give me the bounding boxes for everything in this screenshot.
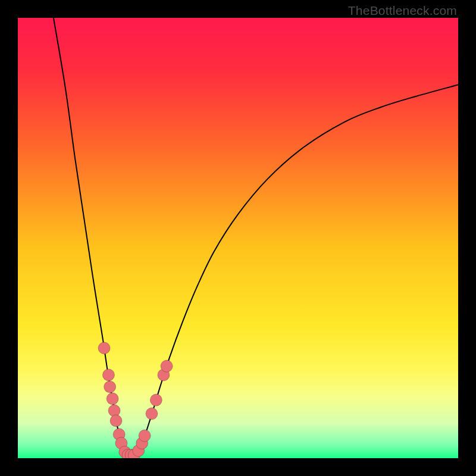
data-marker	[98, 342, 110, 354]
chart-frame: TheBottleneck.com	[0, 0, 476, 476]
plot-area	[18, 18, 458, 458]
data-marker	[108, 405, 120, 416]
data-marker	[110, 415, 122, 427]
data-marker	[107, 393, 118, 405]
data-marker	[104, 381, 116, 393]
data-marker	[146, 408, 158, 419]
data-markers	[18, 18, 458, 458]
data-marker	[139, 430, 151, 441]
data-marker	[150, 394, 162, 406]
watermark-label: TheBottleneck.com	[348, 4, 457, 18]
data-marker	[161, 360, 173, 372]
data-marker	[102, 369, 114, 381]
